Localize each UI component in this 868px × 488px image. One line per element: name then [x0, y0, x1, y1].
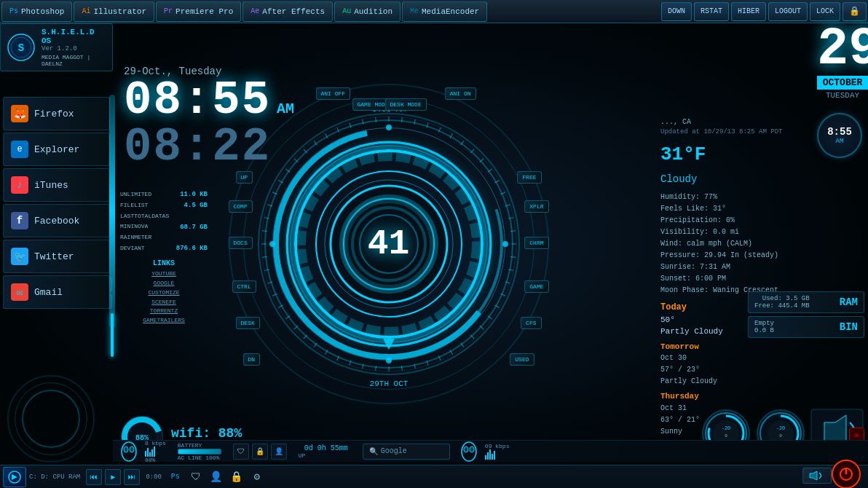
facebook-icon: f	[11, 212, 28, 229]
datetime-display: 29-Oct., Tuesday 08:55 AM 08:22	[124, 66, 294, 170]
app-premiere[interactable]: Pr Premiere Pro	[156, 1, 241, 22]
power-button[interactable]	[832, 460, 861, 489]
weather-visibility: Visibility: 0.0 mi	[660, 227, 813, 238]
free-btn[interactable]: FREE	[517, 171, 541, 184]
shield-version: Ver 1.2.0	[42, 45, 106, 52]
weather-tomorrow-temps: 57° / 23°	[660, 364, 813, 376]
lock-icon-btn[interactable]: 🔒	[843, 2, 867, 21]
lock-button[interactable]: LOCK	[810, 2, 840, 21]
net-stats-right: 09 kbps	[485, 443, 510, 460]
sidebar-item-firefox[interactable]: 🦊 Firefox	[3, 97, 110, 130]
sidebar-item-explorer[interactable]: e Explorer	[3, 133, 110, 166]
link-google[interactable]: GOOGLE	[120, 279, 208, 288]
ae-icon: Ae	[250, 7, 259, 15]
rstat-button[interactable]: RSTAT	[694, 2, 729, 21]
alien-icon-right	[459, 441, 479, 462]
link-customize[interactable]: CUSTOMIZE	[120, 288, 208, 298]
svg-text:29TH  OCT: 29TH OCT	[369, 379, 408, 388]
stat-unlimited: UNLIMITED 11.0 KB	[120, 189, 208, 200]
svg-text:0: 0	[725, 433, 727, 438]
prev-button[interactable]: ⏮	[86, 469, 102, 485]
app-mediaencoder-label: MediaEncoder	[422, 7, 479, 16]
weather-tomorrow-label: Tomorrow	[660, 341, 813, 353]
weather-pressure: Pressure: 29.94 In (steady)	[660, 250, 813, 261]
app-photoshop[interactable]: Ps Photoshop	[1, 1, 72, 22]
svg-point-110	[464, 446, 468, 452]
down-button[interactable]: DOWN	[661, 2, 692, 21]
ani-off-btn[interactable]: ANI OFF	[316, 87, 351, 100]
comp-btn[interactable]: COMP	[229, 200, 253, 213]
rainmeter-label: RAINMETER	[120, 233, 151, 243]
play-button[interactable]: ▶	[105, 469, 121, 485]
ctrl-btn-arc[interactable]: CTRL	[232, 280, 256, 293]
gmail-icon: ✉	[11, 283, 28, 301]
search-placeholder: Google	[381, 447, 407, 455]
weather-tomorrow-date: Oct 30	[660, 353, 813, 364]
tray-shield-icon[interactable]: 🛡	[188, 469, 204, 485]
volume-button[interactable]	[802, 468, 832, 484]
app-illustrator[interactable]: Ai Illustrator	[74, 1, 154, 22]
sidebar-indicator	[109, 95, 115, 328]
svg-marker-99	[383, 339, 395, 350]
battery-bar	[178, 449, 221, 454]
calendar-month: OCTOBER	[817, 76, 868, 90]
link-scenefe[interactable]: SCENEFE	[120, 298, 208, 307]
next-button[interactable]: ⏭	[124, 469, 140, 485]
sidebar-item-facebook[interactable]: f Facebook	[3, 204, 110, 237]
weather-panel: ..., CA Updated at 10/29/13 8:25 AM PDT …	[660, 117, 813, 438]
calendar-dow: TUESDAY	[817, 91, 868, 100]
tray-person-icon[interactable]: 👤	[208, 469, 224, 485]
clock-small-time: 8:55	[827, 126, 852, 138]
link-youtube[interactable]: YOUTUBE	[120, 269, 208, 279]
desk-mode-btn[interactable]: DESK MODE	[385, 98, 427, 111]
center-number: 41	[368, 224, 410, 264]
start-button[interactable]	[3, 467, 26, 487]
media-controls: ⏮ ▶ ⏭	[86, 469, 140, 485]
cfs-btn[interactable]: CFS	[521, 317, 541, 329]
shield-svg: S	[7, 33, 36, 62]
app-aftereffects[interactable]: Ae After Effects	[242, 1, 333, 22]
tray-lock-icon[interactable]: 🔒	[229, 469, 245, 485]
svg-point-108	[130, 446, 134, 452]
ram-free: Free: 445.4 MB	[754, 302, 810, 310]
system-info: Used: 3.5 GB Free: 445.4 MB RAM Empty 0.…	[748, 291, 864, 341]
desk-btn[interactable]: DESK	[236, 317, 260, 329]
tray-gear-icon[interactable]: ⚙	[249, 469, 265, 485]
app-photoshop-label: Photoshop	[21, 7, 64, 16]
ampm-label: AM	[277, 101, 294, 117]
ram-used: Used: 3.5 GB	[754, 295, 810, 302]
app-audition[interactable]: Au Audition	[334, 1, 401, 22]
taskbar-top: Ps Photoshop Ai Illustrator Pr Premiere …	[0, 0, 868, 23]
search-bar[interactable]: 🔍 Google	[363, 444, 450, 460]
logout-button[interactable]: LOGOUT	[768, 2, 808, 21]
tray-ps-icon[interactable]: Ps	[167, 469, 184, 485]
app-mediaencoder[interactable]: Me MediaEncoder	[402, 1, 487, 22]
game-btn[interactable]: GAME	[524, 280, 548, 293]
ani-on-btn[interactable]: ANI ON	[445, 87, 476, 100]
bottom-stats-bar: 8 kbps 88% BATTERY AC LINE 100% 🛡 🔒 👤 0d…	[113, 440, 868, 462]
svg-marker-113	[12, 474, 17, 480]
sidebar-item-twitter[interactable]: 🐦 Twitter	[3, 240, 110, 273]
weather-thursday-label: Thursday	[660, 390, 813, 403]
premiere-icon: Pr	[164, 7, 173, 15]
sidebar-item-itunes[interactable]: ♪ iTunes	[3, 168, 110, 202]
docs-btn[interactable]: DOCS	[229, 237, 253, 249]
link-torrentz[interactable]: TORRENTZ	[120, 307, 208, 316]
dn-btn[interactable]: DN	[243, 353, 261, 366]
weather-temp: 31°F	[660, 141, 813, 169]
link-gametrailers[interactable]: GAMETRAILERS	[120, 316, 208, 326]
calendar-day: 29	[817, 23, 868, 76]
used-btn[interactable]: USED	[510, 353, 534, 366]
firefox-label: Firefox	[34, 109, 74, 119]
hiber-button[interactable]: HIBER	[731, 2, 766, 21]
alien-icon-left	[119, 441, 139, 462]
sidebar-item-gmail[interactable]: ✉ Gmail	[3, 275, 110, 309]
twitter-icon: 🐦	[11, 248, 28, 265]
time-secondary: 08:22	[124, 124, 294, 170]
chrm-btn[interactable]: CHRM	[524, 237, 548, 249]
stat-rainmeter: RAINMETER	[120, 233, 208, 243]
svg-point-109	[462, 442, 476, 461]
svg-text:-20: -20	[722, 425, 731, 431]
xplr-btn[interactable]: XPLR	[524, 200, 548, 213]
app-illustrator-label: Illustrator	[93, 7, 146, 16]
